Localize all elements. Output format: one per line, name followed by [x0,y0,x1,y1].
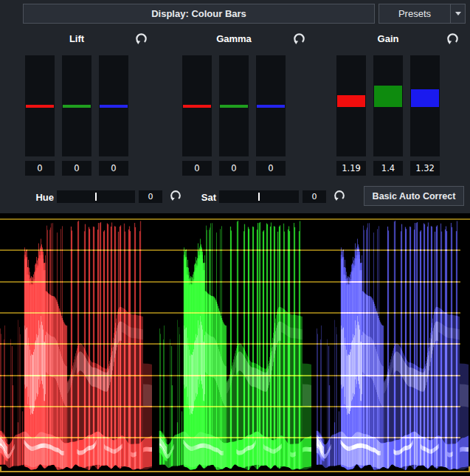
lift-section-label: Lift [25,33,128,44]
lift-green-value[interactable]: 0 [62,161,91,176]
gamma-red-slider[interactable] [182,55,212,156]
gamma-blue-value[interactable]: 0 [256,161,286,176]
gain-blue-slider[interactable] [410,55,440,156]
presets-label: Presets [379,8,450,19]
sat-value[interactable]: 0 [303,190,326,203]
gamma-reset-button[interactable] [292,32,306,46]
lift-blue-slider[interactable] [99,55,128,156]
gain-section-label: Gain [336,33,440,44]
lift-reset-button[interactable] [134,32,148,46]
gamma-blue-slider[interactable] [256,55,286,156]
gamma-blue-handle[interactable] [257,105,285,108]
reset-arrow-icon [134,32,148,46]
hue-slider-tick[interactable] [95,193,97,201]
reset-arrow-icon [446,32,460,46]
gain-reset-button[interactable] [446,32,460,46]
gain-green-value[interactable]: 1.4 [373,161,403,176]
hue-value[interactable]: 0 [139,190,162,203]
hue-slider[interactable] [57,190,135,203]
reset-arrow-icon [292,32,306,46]
lift-red-slider[interactable] [25,55,55,156]
sat-slider-tick[interactable] [258,193,260,201]
gamma-section-label: Gamma [182,33,286,44]
waveform-canvas [0,213,470,476]
gain-green-handle[interactable] [374,86,402,107]
basic-auto-correct-button[interactable]: Basic Auto Correct [364,186,464,206]
reset-arrow-icon [169,189,182,202]
lift-blue-handle[interactable] [100,105,128,108]
lift-green-slider[interactable] [62,55,91,156]
gamma-green-handle[interactable] [220,105,248,108]
display-mode-button[interactable]: Display: Colour Bars [23,4,375,24]
gain-red-value[interactable]: 1.19 [336,161,366,176]
lift-red-value[interactable]: 0 [25,161,55,176]
sat-label: Sat [189,192,216,203]
sat-reset-button[interactable] [333,189,346,202]
gain-green-slider[interactable] [373,55,403,156]
colour-grading-window: Display: Colour Bars Presets Lift Gamma … [0,0,470,476]
chevron-down-icon [455,12,461,15]
hue-label: Hue [28,192,54,203]
gamma-red-handle[interactable] [183,105,211,108]
lift-green-handle[interactable] [63,105,91,108]
reset-arrow-icon [333,189,346,202]
sat-slider[interactable] [219,190,299,203]
rgb-parade-scope [0,213,470,476]
gain-blue-value[interactable]: 1.32 [410,161,440,176]
gain-red-slider[interactable] [336,55,366,156]
hue-reset-button[interactable] [169,189,182,202]
presets-button[interactable]: Presets [379,4,466,24]
lift-red-handle[interactable] [26,105,54,108]
gamma-green-slider[interactable] [219,55,249,156]
gamma-red-value[interactable]: 0 [182,161,212,176]
gain-red-handle[interactable] [337,95,365,107]
lift-blue-value[interactable]: 0 [99,161,128,176]
presets-dropdown-arrow[interactable] [450,4,465,23]
gain-blue-handle[interactable] [411,89,439,107]
gamma-green-value[interactable]: 0 [219,161,249,176]
